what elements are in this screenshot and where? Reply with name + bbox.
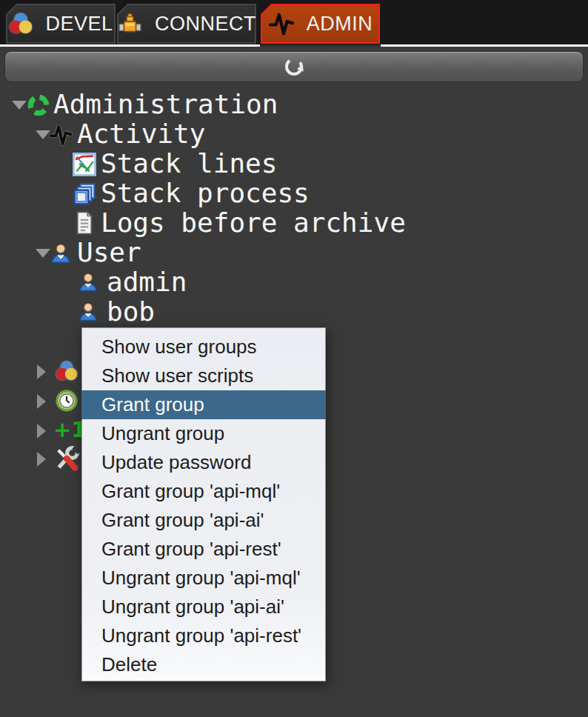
line-chart-icon [73, 153, 96, 176]
menu-item-grant-group[interactable]: Grant group [81, 390, 326, 419]
menu-item-grant-group-api-rest[interactable]: Grant group 'api-rest' [82, 535, 325, 564]
menu-item-delete[interactable]: Delete [82, 650, 325, 679]
menu-item-show-user-groups[interactable]: Show user groups [82, 333, 325, 361]
color-circles-icon [55, 359, 78, 383]
tree-item-label: admin [107, 267, 187, 297]
menu-item-show-user-scripts[interactable]: Show user scripts [82, 361, 325, 390]
tab-admin-label: ADMIN [307, 13, 373, 36]
tree-item-user[interactable]: User [0, 238, 588, 267]
expander-arrow-icon[interactable] [12, 101, 27, 110]
activity-pulse-icon [268, 10, 295, 37]
color-circles-icon [8, 11, 33, 36]
clock-icon [55, 389, 78, 413]
expander-arrow-icon[interactable] [37, 364, 46, 379]
tree-item-label: User [77, 238, 141, 267]
expander-arrow-icon[interactable] [37, 424, 46, 438]
tree-item-bob[interactable]: bob [0, 297, 588, 327]
menu-item-ungrant-group[interactable]: Ungrant group [82, 419, 325, 448]
tab-admin[interactable]: ADMIN [261, 4, 380, 44]
tree-item-label: Activity [77, 119, 205, 149]
expander-arrow-icon[interactable] [36, 249, 50, 258]
tree-item-label: Stack process [101, 179, 310, 208]
expander-arrow-icon[interactable] [37, 394, 46, 409]
tree-item-label: Stack lines [101, 149, 277, 179]
menu-item-ungrant-group-api-mql[interactable]: Ungrant group 'api-mql' [82, 564, 325, 593]
menu-item-update-password[interactable]: Update password [82, 448, 325, 477]
menu-item-ungrant-group-api-rest[interactable]: Ungrant group 'api-rest' [82, 621, 325, 650]
document-icon [73, 211, 96, 235]
stacked-windows-icon [73, 182, 96, 206]
activity-pulse-icon [49, 123, 73, 147]
menu-item-ungrant-group-api-ai[interactable]: Ungrant group 'api-ai' [82, 593, 325, 621]
tree-item-admin-user[interactable]: admin [0, 267, 588, 297]
user-icon [77, 300, 99, 322]
tree-item-label: bob [107, 297, 155, 327]
green-ring-icon [27, 93, 50, 117]
tree-item-activity[interactable]: Activity [0, 119, 588, 149]
tab-devel-label: DEVEL [45, 13, 113, 36]
tree-item-logs-before-archive[interactable]: Logs before archive [0, 208, 588, 238]
tree-item-stack-lines[interactable]: Stack lines [0, 149, 588, 179]
tab-connect-label: CONNECT [155, 13, 256, 36]
menu-item-grant-group-api-mql[interactable]: Grant group 'api-mql' [82, 477, 325, 506]
expander-arrow-icon[interactable] [36, 130, 50, 139]
refresh-icon [282, 55, 306, 79]
user-icon [49, 241, 73, 264]
tab-devel[interactable]: DEVEL [6, 4, 116, 44]
tabbar-underline-gap [260, 44, 381, 47]
refresh-button[interactable] [4, 51, 584, 82]
tree-item-stack-process[interactable]: Stack process [0, 179, 588, 208]
tree-item-label: Administration [53, 90, 278, 119]
connector-icon [117, 10, 143, 37]
tree-item-administration[interactable]: Administration [0, 90, 588, 119]
user-icon [77, 270, 99, 293]
tab-bar: DEVEL CONNECT ADMIN [0, 0, 588, 47]
context-menu: Show user groups Show user scripts Grant… [81, 327, 326, 681]
tree-item-label: Logs before archive [101, 208, 406, 238]
tab-connect[interactable]: CONNECT [117, 4, 256, 44]
expander-arrow-icon[interactable] [37, 452, 46, 467]
menu-item-grant-group-api-ai[interactable]: Grant group 'api-ai' [82, 506, 325, 535]
tools-icon [53, 445, 80, 472]
